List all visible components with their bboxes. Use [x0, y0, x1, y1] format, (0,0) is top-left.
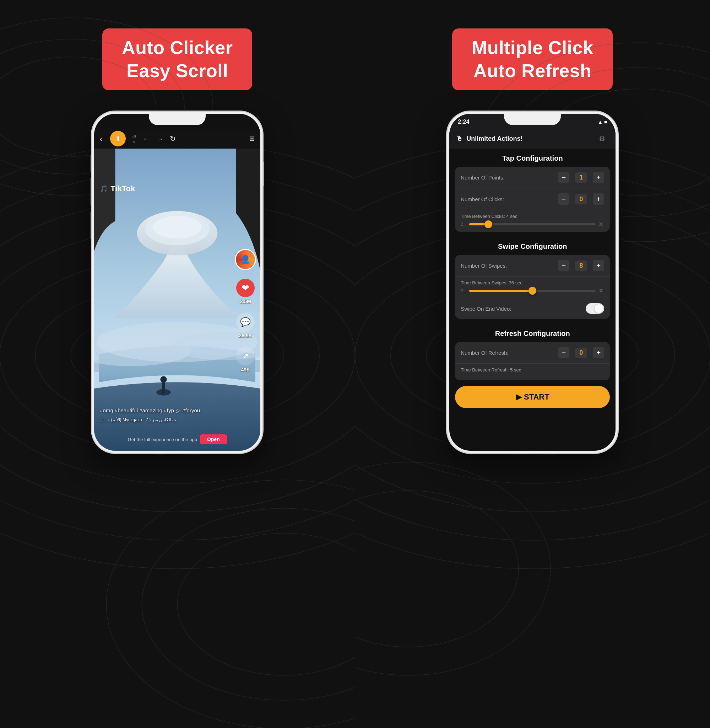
tiktok-logo: TikTok: [110, 184, 135, 193]
end-video-row: Swipe On End Video:: [455, 298, 610, 319]
swipe-section-title: Swipe Configuration: [449, 237, 616, 255]
clicks-minus-button[interactable]: −: [558, 193, 569, 205]
swipes-minus-button[interactable]: −: [558, 260, 569, 271]
swipe-slider-fill: [469, 290, 532, 292]
tiktok-toolbar: ‹ ⏸ ↺ ∞ ← → ↻ ⊞: [94, 129, 260, 149]
right-panel: Multiple Click Auto Refresh 2:24 ▲ ■ 🖱 U…: [355, 0, 710, 728]
refresh-slider-row: Time Between Refresh: 5 sec: [455, 364, 610, 380]
status-icons-right: ▲ ■: [598, 119, 607, 125]
clicks-stepper: − 0 +: [558, 193, 604, 205]
toggle-thumb: [594, 304, 603, 313]
tap-slider-row: Time Between Clicks: 4 sec 2 00: [455, 210, 610, 232]
swipes-value: 8: [575, 260, 587, 271]
status-icons: ▲ ■: [243, 119, 252, 125]
swipe-slider-container: 2 00: [461, 288, 604, 293]
swipe-config-card: Number Of Swipes: − 8 + Time Between Swi…: [455, 255, 610, 319]
swipes-label: Number Of Swipes:: [461, 263, 507, 269]
nav-back-icon[interactable]: ←: [143, 135, 150, 143]
comment-action[interactable]: 💬 26.9K: [236, 313, 255, 338]
right-badge: Multiple Click Auto Refresh: [452, 28, 613, 90]
gear-icon: ⚙: [599, 134, 605, 143]
refresh-minus-button[interactable]: −: [558, 347, 569, 358]
svg-point-34: [355, 491, 519, 647]
clicker-icon: 🖱: [456, 135, 463, 143]
svg-point-22: [161, 376, 167, 382]
tap-section-title: Tap Configuration: [449, 149, 616, 167]
svg-point-12: [177, 533, 355, 675]
swipes-row: Number Of Swipes: − 8 +: [455, 255, 610, 276]
swipe-slider-track[interactable]: [469, 290, 596, 292]
like-action[interactable]: ❤ 3.5M: [236, 279, 255, 304]
tap-config-card: Number Of Points: − 1 + Number Of Clicks…: [455, 167, 610, 232]
tap-slider-track[interactable]: [469, 223, 596, 225]
play-pause-button[interactable]: ⏸: [110, 131, 126, 146]
points-value: 1: [575, 172, 587, 183]
status-time: 3:00: [103, 119, 114, 125]
share-action[interactable]: ↗ 49K: [236, 347, 255, 372]
right-phone: 2:24 ▲ ■ 🖱 Unlimited Actions! ⚙: [447, 112, 618, 453]
tap-slider-container: 2 00: [461, 222, 604, 227]
swipes-plus-button[interactable]: +: [593, 260, 604, 271]
svg-point-16: [153, 216, 201, 238]
open-app-button[interactable]: Open: [200, 434, 227, 444]
svg-point-19: [97, 322, 258, 362]
refresh-section-title: Refresh Configuration: [449, 324, 616, 342]
swipe-slider-thumb[interactable]: [528, 287, 536, 295]
nav-forward-icon[interactable]: →: [156, 135, 163, 143]
config-toolbar: 🖱 Unlimited Actions! ⚙: [449, 129, 616, 149]
start-button[interactable]: ▶ START: [455, 386, 610, 408]
svg-point-11: [142, 508, 355, 700]
back-icon[interactable]: ‹: [100, 135, 102, 143]
comment-button[interactable]: 💬: [236, 313, 255, 331]
svg-rect-21: [162, 382, 165, 394]
refresh-stepper: − 0 +: [558, 347, 604, 358]
config-content: Tap Configuration Number Of Points: − 1 …: [449, 149, 616, 451]
refresh-between-label: Time Between Refresh: 5 sec: [461, 367, 604, 372]
grid-icon[interactable]: ⊞: [249, 135, 255, 143]
refresh-config-card: Number Of Refresh: − 0 + Time Between Re…: [455, 342, 610, 380]
left-panel: Auto Clicker Easy Scroll 3:00 ▲ ■ ‹ ⏸: [0, 0, 355, 728]
points-stepper: − 1 +: [558, 172, 604, 183]
tap-slider-label: Time Between Clicks: 4 sec: [461, 214, 604, 219]
svg-point-10: [106, 480, 355, 728]
points-plus-button[interactable]: +: [593, 172, 604, 183]
profile-action[interactable]: 👤: [235, 249, 256, 270]
end-video-label: Swipe On End Video:: [461, 306, 511, 312]
points-row: Number Of Points: − 1 +: [455, 167, 610, 188]
refresh-label: Number Of Refresh:: [461, 350, 508, 356]
left-phone: 3:00 ▲ ■ ‹ ⏸ ↺ ∞ ← → ↻ ⊞: [92, 112, 263, 453]
video-music: 🎵 ♪ (الأبم) Myuzgaza - 7 ) ت الكابين ميز: [100, 417, 232, 422]
music-icon: 🎵: [100, 417, 106, 422]
refresh-row: Number Of Refresh: − 0 +: [455, 342, 610, 364]
left-badge: Auto Clicker Easy Scroll: [102, 28, 252, 90]
tiktok-footer: Get the full experience on the app Open: [94, 434, 260, 444]
clicks-value: 0: [575, 194, 587, 204]
video-caption: #omg #beautiful #amazing #fyp シ #foryou: [100, 407, 232, 414]
tiktok-sidebar: 👤 ❤ 3.5M 💬: [235, 249, 256, 372]
tiktok-video: 🎵 TikTok 👤 ❤: [94, 149, 260, 451]
clicks-label: Number Of Clicks:: [461, 196, 504, 202]
points-label: Number Of Points:: [461, 175, 505, 181]
swipes-stepper: − 8 +: [558, 260, 604, 271]
swipe-slider-row: Time Between Swipes: 36 sec 2 00: [455, 276, 610, 298]
status-time-right: 2:24: [458, 119, 469, 125]
creator-avatar[interactable]: 👤: [235, 249, 256, 270]
clicks-plus-button[interactable]: +: [593, 193, 604, 205]
tiktok-video-info: #omg #beautiful #amazing #fyp シ #foryou …: [100, 407, 232, 422]
settings-button[interactable]: ⚙: [596, 132, 609, 145]
refresh-plus-button[interactable]: +: [593, 347, 604, 358]
like-button[interactable]: ❤: [236, 279, 255, 297]
config-title: 🖱 Unlimited Actions!: [456, 135, 522, 143]
refresh-value: 0: [575, 348, 587, 358]
loop-indicator: ↺ ∞: [132, 134, 136, 144]
tap-slider-thumb[interactable]: [484, 221, 492, 228]
clicks-row: Number Of Clicks: − 0 +: [455, 188, 610, 210]
refresh-icon[interactable]: ↻: [170, 134, 176, 143]
tiktok-app-header: 🎵 TikTok: [100, 184, 135, 193]
share-button[interactable]: ↗: [236, 347, 255, 365]
svg-point-33: [355, 462, 550, 675]
end-video-toggle[interactable]: [586, 303, 604, 314]
swipe-slider-label: Time Between Swipes: 36 sec: [461, 280, 604, 285]
points-minus-button[interactable]: −: [558, 172, 569, 183]
